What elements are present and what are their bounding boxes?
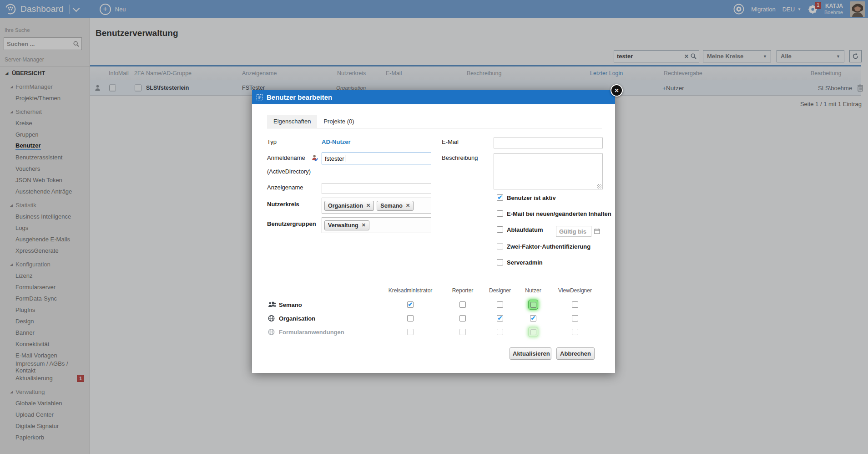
cancel-button[interactable]: Abbrechen (556, 347, 595, 360)
email-inhalte-checkbox[interactable] (497, 210, 503, 217)
ad-user-check-icon (312, 154, 319, 162)
divider (267, 128, 602, 128)
modal-title: Benutzer bearbeiten (267, 93, 332, 101)
email-input[interactable] (494, 138, 603, 148)
anzeigename-input[interactable] (322, 183, 431, 194)
zwei-faktor-checkbox (497, 243, 503, 250)
chip-remove-icon[interactable]: ✕ (406, 203, 410, 209)
tag-chip-label: Organisation (328, 203, 363, 209)
form-icon (256, 94, 263, 101)
role-checkbox (459, 329, 466, 335)
role-checkbox[interactable] (459, 315, 466, 321)
role-checkbox[interactable] (497, 315, 503, 321)
edit-user-modal: Benutzer bearbeiten ✕ Eigenschaften Proj… (252, 90, 615, 373)
email-inhalte-label: E-Mail bei neuen/geänderten Inhalten (507, 210, 611, 217)
modal-titlebar: Benutzer bearbeiten (252, 90, 615, 104)
benutzer-aktiv-checkbox[interactable] (497, 194, 503, 201)
modal-tabs: Eigenschaften Projekte (0) (267, 115, 361, 128)
zwei-faktor-label: Zwei-Faktor-Authentifizierung (507, 243, 590, 250)
ablaufdatum-checkbox[interactable] (497, 226, 503, 233)
role-checkbox[interactable] (459, 301, 466, 308)
beschreibung-textarea[interactable] (494, 153, 603, 189)
typ-value-link[interactable]: AD-Nutzer (322, 138, 351, 145)
anmeldename-label: Anmeldename (267, 154, 305, 161)
anzeigename-label: Anzeigename (267, 184, 303, 191)
role-checkbox (530, 329, 536, 335)
anmeldename-input[interactable]: fstester (322, 153, 431, 164)
role-row-organisation-label: Organisation (279, 315, 315, 322)
modal-close-button[interactable]: ✕ (611, 84, 623, 97)
tab-projekte[interactable]: Projekte (0) (317, 115, 360, 128)
ablaufdatum-label: Ablaufdatum (507, 226, 543, 233)
column-header: Designer (489, 287, 511, 294)
column-header: Kreisadministrator (389, 287, 433, 294)
activedirectory-label: (ActiveDirectory) (267, 168, 311, 175)
beschreibung-label: Beschreibung (442, 154, 478, 161)
role-checkbox (530, 302, 536, 308)
tag-chip[interactable]: Verwaltung✕ (324, 220, 369, 230)
column-header: ViewDesigner (558, 287, 592, 294)
role-row-formularanwendungen-label: Formularanwendungen (279, 329, 344, 336)
tag-chip[interactable]: Organisation✕ (324, 201, 374, 211)
tag-chip-label: Semano (380, 203, 403, 209)
role-row-semano-label: Semano (279, 301, 302, 308)
role-checkbox[interactable] (530, 315, 536, 321)
highlighted-role-checkbox (528, 327, 538, 337)
serveradmin-label: Serveradmin (507, 259, 543, 266)
resize-grip[interactable] (597, 184, 602, 189)
nutzerkreis-label: Nutzerkreis (267, 201, 299, 208)
highlighted-role-checkbox[interactable] (528, 300, 538, 310)
update-button[interactable]: Aktualisieren (510, 347, 551, 360)
column-header: Nutzer (525, 287, 541, 294)
tab-eigenschaften[interactable]: Eigenschaften (267, 115, 317, 128)
benutzer-aktiv-label: Benutzer ist aktiv (507, 194, 556, 201)
typ-label: Typ (267, 138, 277, 145)
gueltig-bis-input[interactable] (556, 226, 591, 237)
benutzergruppen-tagbox[interactable]: Verwaltung✕ (322, 217, 431, 233)
tag-chip[interactable]: Semano✕ (377, 201, 414, 211)
role-checkbox (497, 329, 503, 335)
role-checkbox[interactable] (407, 301, 414, 308)
role-checkbox (407, 329, 414, 335)
application-window: Dashboard + Neu Migration (0, 0, 868, 454)
role-checkbox (572, 329, 578, 335)
text-caret (345, 155, 345, 162)
role-checkbox[interactable] (407, 315, 414, 321)
group-icon (268, 301, 276, 308)
globe-icon (268, 329, 275, 336)
role-checkbox[interactable] (572, 301, 578, 308)
chip-remove-icon[interactable]: ✕ (366, 203, 370, 209)
calendar-icon[interactable] (594, 228, 600, 234)
globe-icon (268, 315, 275, 322)
column-header: Reporter (452, 287, 474, 294)
chip-remove-icon[interactable]: ✕ (362, 222, 366, 228)
nutzerkreis-tagbox[interactable]: Organisation✕Semano✕ (322, 198, 431, 214)
tag-chip-label: Verwaltung (328, 222, 358, 229)
anmeldename-value: fstester (325, 155, 344, 162)
serveradmin-checkbox[interactable] (497, 259, 503, 265)
role-checkbox[interactable] (497, 301, 503, 308)
email-label: E-Mail (442, 138, 459, 145)
role-checkbox[interactable] (572, 315, 578, 321)
benutzergruppen-label: Benutzergruppen (267, 220, 316, 227)
